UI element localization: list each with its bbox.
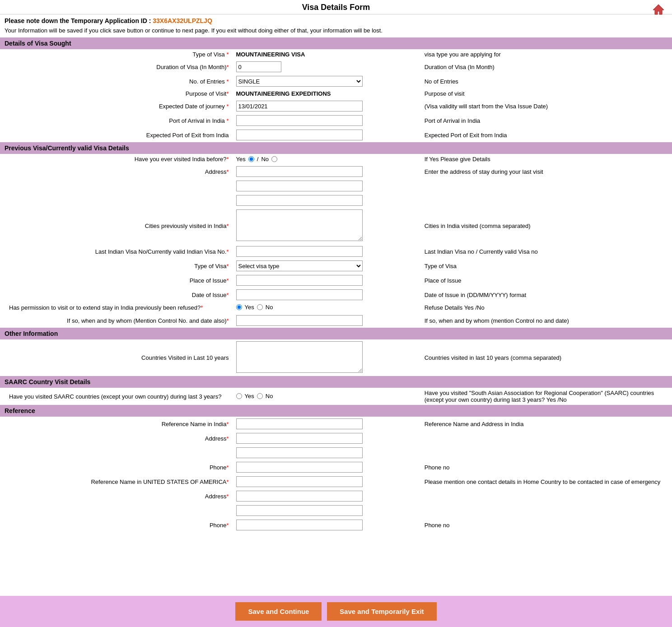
ref-address-usa-input-1[interactable]	[236, 491, 363, 502]
place-issue-label: Place of Issue*	[0, 273, 233, 288]
ref-phone-usa-input-cell	[233, 518, 421, 532]
journey-date-input-cell	[233, 99, 421, 113]
row-place-issue: Place of Issue* Place of Issue	[0, 273, 672, 288]
address-input-3-cell	[233, 193, 421, 208]
save-exit-button[interactable]: Save and Temporarily Exit	[327, 602, 436, 621]
entries-help: No of Entries	[421, 74, 672, 88]
port-arrival-input[interactable]	[236, 115, 363, 126]
address-input-2[interactable]	[236, 181, 363, 191]
journey-date-input[interactable]	[236, 101, 363, 111]
ref-address-usa-1-cell	[233, 489, 421, 503]
row-address-2	[0, 179, 672, 193]
row-ref-phone-india: Phone* Phone no	[0, 460, 672, 474]
section-reference: Reference	[0, 405, 672, 417]
ref-address-india-input-1[interactable]	[236, 433, 363, 444]
last-visa-no-input[interactable]	[236, 246, 363, 257]
row-ref-name-usa: Reference Name in UNITED STATES OF AMERI…	[0, 474, 672, 489]
entries-select-cell: SINGLE MULTIPLE DOUBLE	[233, 74, 421, 88]
purpose-value: MOUNTAINEERING EXPEDITIONS	[233, 88, 421, 99]
row-date-issue: Date of Issue* Date of Issue in (DD/MM/Y…	[0, 288, 672, 302]
date-issue-input-cell	[233, 288, 421, 302]
refused-no-radio[interactable]	[257, 304, 263, 310]
address-input-1-cell	[233, 164, 421, 179]
refused-detail-input[interactable]	[236, 315, 363, 326]
saarc-no-radio[interactable]	[257, 393, 263, 399]
refused-yes-radio[interactable]	[236, 304, 242, 310]
section-previous-visa: Previous Visa/Currently valid Visa Detai…	[0, 142, 672, 154]
previous-visa-table: Have you ever visited India before?* Yes…	[0, 154, 672, 328]
port-exit-help: Expected Port of Exit from India	[421, 128, 672, 142]
row-saarc: Have you visited SAARC countries (except…	[0, 388, 672, 405]
address-input-3[interactable]	[236, 195, 363, 206]
ref-address-usa-input-2[interactable]	[236, 505, 363, 516]
row-journey-date: Expected Date of journey * (Visa validit…	[0, 99, 672, 113]
place-issue-input[interactable]	[236, 275, 363, 286]
last-visa-no-help: Last Indian Visa no / Currently valid Vi…	[421, 244, 672, 259]
row-refused-detail: If so, when and by whom (Mention Control…	[0, 313, 672, 328]
ref-phone-india-label: Phone*	[0, 460, 233, 474]
save-continue-button[interactable]: Save and Continue	[235, 602, 322, 621]
row-ref-name-india: Reference Name in India* Reference Name …	[0, 417, 672, 431]
journey-date-help: (Visa validity will start from the Visa …	[421, 99, 672, 113]
other-info-table: Countries Visited in Last 10 years Count…	[0, 339, 672, 376]
type-visa-prev-select-cell: Select visa type Tourist Business Medica…	[233, 259, 421, 273]
ref-phone-usa-input[interactable]	[236, 520, 363, 530]
footer-bar: Save and Continue Save and Temporarily E…	[0, 596, 672, 627]
visited-india-no-radio[interactable]	[271, 156, 277, 162]
saarc-yes-radio[interactable]	[236, 393, 242, 399]
saarc-label: Have you visited SAARC countries (except…	[0, 388, 233, 405]
row-ref-address-usa-1: Address*	[0, 489, 672, 503]
svg-marker-0	[653, 5, 664, 14]
address-input-1[interactable]	[236, 166, 363, 177]
ref-phone-india-input[interactable]	[236, 462, 363, 473]
ref-name-usa-input[interactable]	[236, 476, 363, 487]
home-icon[interactable]	[652, 3, 665, 15]
ref-name-india-label: Reference Name in India*	[0, 417, 233, 431]
type-of-visa-value: MOUNTAINEERING VISA	[233, 49, 421, 60]
cities-textarea-cell	[233, 208, 421, 244]
place-issue-input-cell	[233, 273, 421, 288]
row-entries: No. of Entries * SINGLE MULTIPLE DOUBLE …	[0, 74, 672, 88]
port-arrival-label: Port of Arrival in India *	[0, 113, 233, 128]
type-of-visa-label: Type of Visa *	[0, 49, 233, 60]
visited-india-label: Have you ever visited India before?*	[0, 154, 233, 164]
section-other-info: Other Information	[0, 328, 672, 339]
ref-address-india-2-cell	[233, 446, 421, 460]
ref-name-india-input[interactable]	[236, 418, 363, 429]
reference-table: Reference Name in India* Reference Name …	[0, 417, 672, 532]
row-last-visa-no: Last Indian Visa No/Currently valid Indi…	[0, 244, 672, 259]
countries-visited-textarea-cell	[233, 339, 421, 376]
row-ref-address-india-1: Address*	[0, 431, 672, 446]
ref-phone-india-help: Phone no	[421, 460, 672, 474]
entries-select[interactable]: SINGLE MULTIPLE DOUBLE	[236, 76, 363, 87]
duration-label: Duration of Visa (In Month)*	[0, 60, 233, 74]
type-visa-prev-help: Type of Visa	[421, 259, 672, 273]
ref-name-india-input-cell	[233, 417, 421, 431]
type-visa-prev-select[interactable]: Select visa type Tourist Business Medica…	[236, 260, 363, 271]
saarc-table: Have you visited SAARC countries (except…	[0, 388, 672, 405]
countries-visited-textarea[interactable]	[236, 341, 363, 373]
port-exit-label: Expected Port of Exit from India	[0, 128, 233, 142]
ref-address-usa-2-cell	[233, 503, 421, 518]
duration-input[interactable]	[236, 61, 281, 72]
date-issue-input[interactable]	[236, 289, 363, 300]
section-saarc: SAARC Country Visit Details	[0, 376, 672, 388]
refused-label: Has permission to visit or to extend sta…	[0, 302, 233, 313]
cities-label: Cities previously visited in India*	[0, 208, 233, 244]
refused-radio-cell: Yes No	[233, 302, 421, 313]
refused-radio-group: Yes No	[236, 304, 273, 311]
row-ref-phone-usa: Phone* Phone no	[0, 518, 672, 532]
port-exit-input-cell	[233, 128, 421, 142]
cities-help: Cities in India visited (comma separated…	[421, 208, 672, 244]
port-arrival-help: Port of Arrival in India	[421, 113, 672, 128]
last-visa-no-label: Last Indian Visa No/Currently valid Indi…	[0, 244, 233, 259]
visited-india-help: If Yes Please give Details	[421, 154, 672, 164]
address-help: Enter the address of stay during your la…	[421, 164, 672, 179]
purpose-label: Purpose of Visit*	[0, 88, 233, 99]
address-input-2-cell	[233, 179, 421, 193]
cities-textarea[interactable]	[236, 209, 363, 241]
port-exit-input[interactable]	[236, 130, 363, 140]
ref-address-india-input-2[interactable]	[236, 447, 363, 458]
refused-detail-help: If so, when and by whom (mention Control…	[421, 313, 672, 328]
visited-india-yes-radio[interactable]	[248, 156, 254, 162]
